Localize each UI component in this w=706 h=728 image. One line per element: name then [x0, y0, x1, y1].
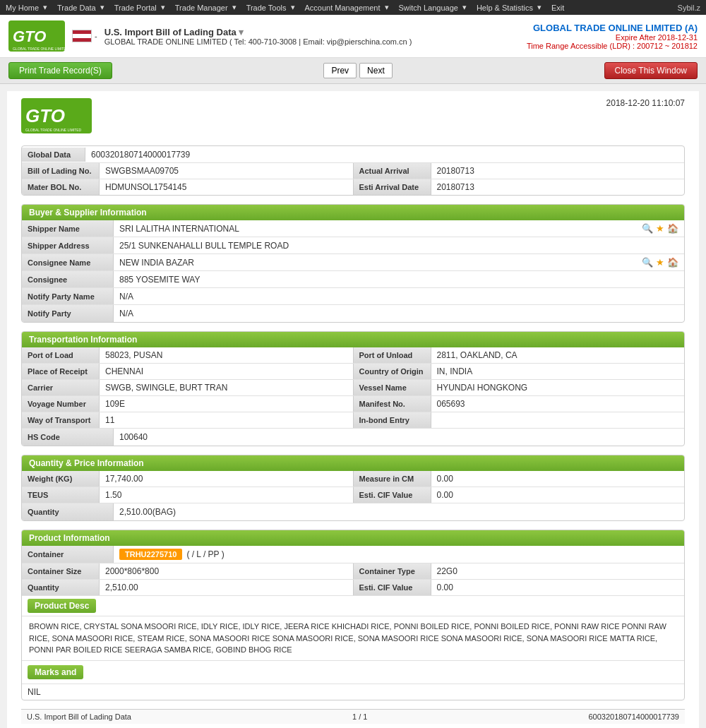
prev-button-top[interactable]: Prev — [323, 63, 357, 78]
vessel-name-label: Vessel Name — [354, 380, 431, 395]
bol-left: Bill of Lading No. SWGBSMAA09705 — [22, 163, 353, 179]
container-row: Container TRHU2275710 ( / L / PP ) — [22, 546, 684, 563]
container-button[interactable]: TRHU2275710 — [119, 549, 182, 560]
in-bond-value — [431, 412, 685, 428]
actual-arrival-value: 20180713 — [431, 163, 685, 179]
page-header: GTO GLOBAL TRADE ONLINE LIMITED - U.S. I… — [0, 15, 706, 58]
marks-header: Marks and — [22, 661, 684, 684]
transport-bond-row: Way of Transport 11 In-bond Entry — [22, 412, 684, 429]
container-size-col: Container Size 2000*806*800 — [22, 563, 353, 579]
esti-arrival-label: Esti Arrival Date — [354, 179, 431, 195]
mater-bol-left: Mater BOL No. HDMUNSOL1754145 — [22, 179, 353, 195]
esti-arrival-value: 20180713 — [431, 179, 685, 195]
transport-title: Transportation Information — [22, 332, 684, 347]
container-type-col: Container Type 22G0 — [353, 563, 685, 579]
actual-arrival-label: Actual Arrival — [354, 163, 431, 179]
weight-col: Weight (KG) 17,740.00 — [22, 471, 353, 487]
vessel-name-value: HYUNDAI HONGKONG — [431, 380, 685, 395]
carrier-value: SWGB, SWINGLE, BURT TRAN — [100, 380, 353, 395]
marks-and-label[interactable]: Marks and — [28, 665, 83, 679]
product-desc-title: Product Desc — [28, 599, 96, 613]
nav-exit[interactable]: Exit — [551, 4, 564, 12]
country-origin-col: Country of Origin IN, INDIA — [353, 364, 685, 379]
global-data-row: Global Data 600320180714000017739 — [22, 146, 684, 163]
nav-my-home[interactable]: My Home — [6, 4, 39, 12]
esti-arrival-col: Esti Arrival Date 20180713 — [353, 179, 685, 195]
flag-section: - — [72, 30, 97, 42]
teus-cif-row: TEUS 1.50 Esti. CIF Value 0.00 — [22, 487, 684, 503]
nav-trade-portal[interactable]: Trade Portal — [114, 4, 157, 12]
home-icon[interactable]: 🏠 — [667, 223, 678, 234]
receipt-origin-row: Place of Receipt CHENNAI Country of Orig… — [22, 364, 684, 380]
container-info: ( / L / PP ) — [186, 549, 224, 559]
way-transport-col: Way of Transport 11 — [22, 412, 353, 428]
shipper-name-label: Shipper Name — [22, 220, 114, 237]
nav-switch-language[interactable]: Switch Language — [399, 4, 458, 12]
manifest-no-value: 065693 — [431, 396, 685, 412]
nav-trade-manager[interactable]: Trade Manager — [175, 4, 228, 12]
esti-cif-value: 0.00 — [431, 487, 685, 503]
notify-party-name-value: N/A — [114, 288, 684, 304]
container-value: TRHU2275710 ( / L / PP ) — [114, 546, 684, 563]
consignee-icons: 🔍 ★ 🏠 — [642, 257, 678, 268]
measure-col: Measure in CM 0.00 — [353, 471, 685, 487]
shipper-icons: 🔍 ★ 🏠 — [642, 223, 678, 234]
nav-trade-tools[interactable]: Trade Tools — [246, 4, 287, 12]
hs-code-value: 100640 — [114, 429, 684, 446]
bol-value: SWGBSMAA09705 — [100, 163, 353, 179]
carrier-col: Carrier SWGB, SWINGLE, BURT TRAN — [22, 380, 353, 395]
top-navigation: My Home ▾ Trade Data ▾ Trade Portal ▾ Tr… — [0, 0, 706, 15]
product-desc-value: BROWN RICE, CRYSTAL SONA MSOORI RICE, ID… — [22, 616, 684, 661]
nav-account-management[interactable]: Account Management — [305, 4, 381, 12]
nav-trade-data[interactable]: Trade Data — [57, 4, 96, 12]
mater-bol-value: HDMUNSOL1754145 — [100, 179, 353, 195]
svg-text:GTO: GTO — [25, 105, 65, 126]
consignee-home-icon[interactable]: 🏠 — [667, 257, 678, 268]
country-origin-value: IN, INDIA — [431, 364, 685, 379]
container-type-label: Container Type — [354, 563, 431, 579]
qty-row: Quantity 2,510.00(BAG) — [22, 503, 684, 520]
footer-page: 1 / 1 — [352, 712, 367, 721]
next-button-top[interactable]: Next — [359, 63, 393, 78]
close-button-top[interactable]: Close This Window — [604, 62, 698, 79]
teus-label: TEUS — [22, 487, 100, 503]
account-company: GLOBAL TRADE ONLINE LIMITED (A) — [527, 23, 698, 33]
shipper-name-row: Shipper Name SRI LALITHA INTERNATIONAL 🔍… — [22, 220, 684, 237]
nav-help-statistics[interactable]: Help & Statistics — [477, 4, 533, 12]
container-size-value: 2000*806*800 — [100, 563, 353, 579]
nav-links: My Home ▾ Trade Data ▾ Trade Portal ▾ Tr… — [6, 3, 564, 12]
product-cif-label: Esti. CIF Value — [354, 580, 431, 595]
header-right: GLOBAL TRADE ONLINE LIMITED (A) Expire A… — [527, 23, 698, 50]
qty-value: 2,510.00(BAG) — [114, 503, 684, 520]
consignee-search-icon[interactable]: 🔍 — [642, 257, 653, 268]
time-range: Time Range Accessible (LDR) : 200712 ~ 2… — [527, 42, 698, 50]
carrier-label: Carrier — [22, 380, 100, 395]
star-icon[interactable]: ★ — [656, 223, 664, 234]
way-transport-label: Way of Transport — [22, 412, 100, 428]
bol-row: Bill of Lading No. SWGBSMAA09705 Actual … — [22, 163, 684, 179]
notify-party-value: N/A — [114, 305, 684, 322]
shipper-address-value: 25/1 SUNKENAHALLI BULL TEMPLE ROAD — [114, 237, 684, 253]
shipper-address-row: Shipper Address 25/1 SUNKENAHALLI BULL T… — [22, 237, 684, 254]
quantity-price-section: Quantity & Price Information Weight (KG)… — [21, 455, 685, 521]
in-bond-col: In-bond Entry — [353, 412, 685, 428]
notify-party-name-row: Notify Party Name N/A — [22, 288, 684, 305]
carrier-vessel-row: Carrier SWGB, SWINGLE, BURT TRAN Vessel … — [22, 380, 684, 396]
way-transport-value: 11 — [100, 412, 353, 428]
actual-arrival-col: Actual Arrival 20180713 — [353, 163, 685, 179]
document-footer: U.S. Import Bill of Lading Data 1 / 1 60… — [21, 709, 685, 724]
product-qty-col: Quantity 2,510.00 — [22, 580, 353, 595]
vessel-col: Vessel Name HYUNDAI HONGKONG — [353, 380, 685, 395]
svg-text:GTO: GTO — [13, 28, 46, 45]
esti-cif-label: Esti. CIF Value — [354, 487, 431, 503]
document-datetime: 2018-12-20 11:10:07 — [606, 98, 685, 108]
consignee-star-icon[interactable]: ★ — [656, 257, 664, 268]
hs-code-label: HS Code — [22, 429, 114, 446]
search-icon[interactable]: 🔍 — [642, 223, 653, 234]
print-button-top[interactable]: Print Trade Record(S) — [8, 62, 112, 79]
notify-party-label: Notify Party — [22, 305, 114, 322]
consignee-name-row: Consignee Name NEW INDIA BAZAR 🔍 ★ 🏠 — [22, 254, 684, 271]
qty-label: Quantity — [22, 503, 114, 520]
flag-separator: - — [95, 32, 97, 40]
user-label: Sybil.z — [678, 4, 700, 12]
